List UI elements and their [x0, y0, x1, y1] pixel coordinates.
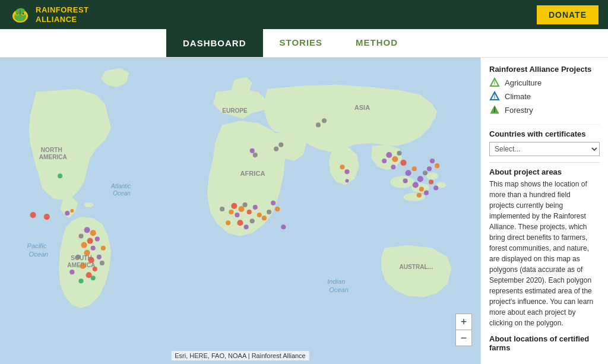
svg-point-86 [403, 178, 408, 183]
map-attribution: Esri, HERE, FAO, NOAA | Rainforest Allia… [171, 351, 309, 360]
svg-point-63 [262, 216, 267, 220]
info-block-title-certified-farms: About locations of certified farms [489, 334, 597, 352]
info-scroll[interactable]: About project areas This map shows the l… [489, 167, 600, 352]
svg-point-38 [88, 257, 94, 263]
svg-point-65 [226, 220, 230, 225]
svg-point-58 [253, 205, 258, 210]
svg-point-76 [397, 151, 401, 156]
svg-point-61 [237, 220, 243, 226]
svg-point-9 [84, 202, 94, 207]
climate-icon [489, 91, 500, 102]
svg-point-99 [322, 118, 327, 123]
svg-point-41 [93, 267, 97, 271]
svg-point-69 [250, 148, 255, 153]
legend-item-climate: Climate [489, 91, 600, 102]
svg-point-78 [401, 160, 407, 166]
svg-point-30 [90, 230, 96, 236]
svg-point-66 [274, 147, 278, 151]
info-block-certified-farms: About locations of certified farms This … [489, 334, 597, 352]
svg-point-51 [58, 173, 62, 178]
svg-point-64 [220, 207, 224, 211]
info-block-text-project-areas: This map shows the location of more than… [489, 179, 597, 328]
svg-text:AMERICA: AMERICA [39, 154, 68, 160]
svg-point-72 [267, 210, 271, 214]
zoom-in-button[interactable]: + [456, 314, 471, 330]
svg-text:Indian: Indian [327, 278, 345, 285]
svg-point-98 [316, 122, 321, 127]
logo-area: RAINFOREST ALLIANCE [10, 4, 89, 26]
svg-text:Ocean: Ocean [329, 286, 349, 293]
svg-point-81 [412, 166, 417, 171]
nav-item-dashboard[interactable]: DASHBOARD [166, 29, 263, 57]
svg-text:Atlantic: Atlantic [110, 183, 131, 189]
svg-point-73 [281, 224, 286, 229]
svg-point-55 [243, 202, 248, 207]
svg-point-84 [413, 182, 419, 188]
legend-label-forestry: Forestry [505, 106, 533, 115]
svg-point-71 [275, 207, 280, 211]
sidebar: Rainforest Alliance Projects Agriculture… [480, 58, 608, 364]
countries-dropdown[interactable]: Select... [489, 142, 600, 156]
zoom-controls: + − [455, 314, 472, 346]
map-container[interactable]: Pacific Ocean Atlantic Ocean Indian Ocea… [0, 58, 480, 364]
svg-point-48 [65, 211, 69, 216]
countries-section: Countries with certificates Select... [489, 124, 600, 156]
nav-item-stories[interactable]: STORIES [263, 29, 340, 57]
svg-point-57 [247, 210, 252, 214]
forestry-icon [489, 105, 500, 115]
navigation: DASHBOARD STORIES METHOD [0, 29, 608, 58]
svg-point-80 [406, 170, 411, 176]
header: RAINFOREST ALLIANCE DONATE [0, 0, 608, 29]
svg-point-89 [424, 191, 429, 195]
svg-point-39 [97, 255, 102, 259]
svg-point-47 [101, 246, 106, 251]
svg-point-82 [417, 176, 423, 182]
legend-label-agriculture: Agriculture [505, 78, 542, 87]
donate-button[interactable]: DONATE [537, 5, 598, 24]
svg-point-90 [417, 193, 422, 198]
world-map: Pacific Ocean Atlantic Ocean Indian Ocea… [0, 58, 480, 364]
svg-point-70 [271, 201, 276, 205]
svg-point-79 [391, 164, 395, 169]
svg-point-29 [84, 227, 90, 233]
logo-text: RAINFOREST ALLIANCE [36, 5, 89, 24]
svg-point-92 [435, 163, 439, 168]
svg-point-53 [238, 206, 244, 212]
svg-point-83 [423, 170, 428, 175]
svg-point-10 [390, 176, 414, 188]
svg-point-45 [100, 261, 104, 265]
svg-point-32 [87, 238, 93, 244]
legend-title: Rainforest Alliance Projects [489, 65, 600, 74]
svg-text:Ocean: Ocean [29, 251, 49, 258]
svg-text:EUROPE: EUROPE [222, 107, 248, 114]
svg-point-77 [382, 159, 387, 163]
zoom-out-button[interactable]: − [456, 330, 471, 346]
svg-point-96 [345, 179, 349, 182]
svg-point-31 [78, 233, 83, 238]
nav-item-method[interactable]: METHOD [339, 29, 414, 57]
svg-point-46 [69, 270, 74, 274]
svg-point-88 [433, 186, 438, 191]
legend-label-climate: Climate [505, 92, 531, 101]
svg-text:NORTH: NORTH [41, 147, 62, 153]
svg-point-59 [257, 213, 262, 217]
countries-title: Countries with certificates [489, 129, 600, 138]
info-block-project-areas: About project areas This map shows the l… [489, 167, 597, 328]
svg-point-91 [430, 159, 435, 163]
svg-text:AFRICA: AFRICA [240, 170, 265, 177]
svg-point-43 [78, 278, 83, 283]
svg-point-34 [81, 242, 87, 248]
info-section: About project areas This map shows the l… [489, 162, 600, 352]
info-block-title-project-areas: About project areas [489, 167, 597, 176]
svg-point-68 [253, 153, 258, 157]
svg-point-87 [429, 179, 433, 184]
svg-text:AUSTRAL...: AUSTRAL... [399, 264, 433, 270]
svg-point-33 [95, 236, 100, 241]
main-content: Pacific Ocean Atlantic Ocean Indian Ocea… [0, 58, 608, 364]
svg-point-35 [91, 246, 96, 251]
svg-point-44 [91, 276, 96, 280]
svg-point-36 [84, 250, 90, 256]
svg-point-94 [340, 164, 344, 169]
svg-point-93 [427, 166, 432, 171]
svg-point-13 [426, 172, 438, 179]
